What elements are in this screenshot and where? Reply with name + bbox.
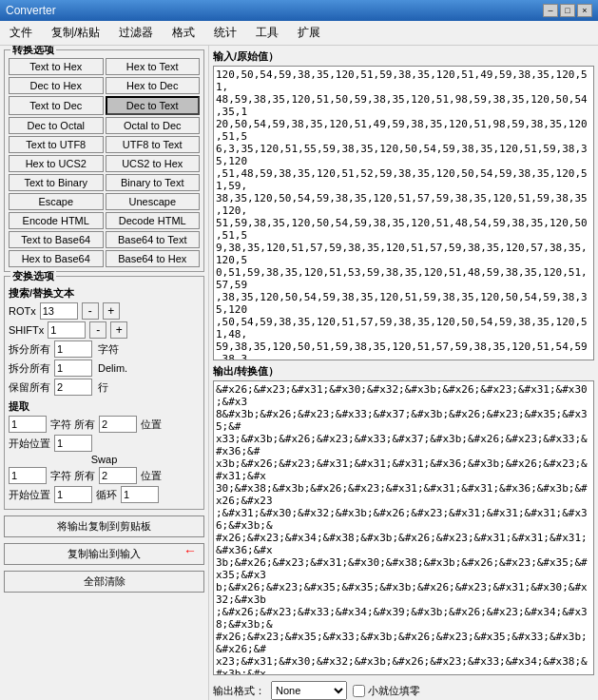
shiftx-row: SHIFTx - + [9,321,200,339]
start-pos-input[interactable] [54,435,92,452]
output-area-label: 输出/转换值） [213,364,594,379]
row-label: 行 [98,380,108,395]
left-panel: 转换选项 Text to Hex Hex to Text Dec to Hex … [0,46,209,700]
swap-char-input[interactable] [9,467,47,484]
btn-text-to-utf8[interactable]: Text to UTF8 [9,136,104,153]
btn-binary-to-text[interactable]: Binary to Text [106,174,201,191]
fetch-char-label: 字符 所有 [50,418,95,432]
btn-hex-to-ucs2[interactable]: Hex to UCS2 [9,155,104,172]
keep-row: 保留所有 行 [9,379,200,396]
menu-bar: 文件 复制/粘贴 过滤器 格式 统计 工具 扩展 [0,21,598,46]
start-pos-label: 开始位置 [9,437,50,451]
rotx-minus-btn[interactable]: - [82,302,99,320]
convert-grid: Text to Hex Hex to Text Dec to Hex Hex t… [9,58,200,267]
menu-stats[interactable]: 统计 [208,23,242,43]
input-section: 输入/原始值） 120,50,54,59,38,35,120,51,59,38,… [213,49,594,360]
start-pos-row: 开始位置 [9,435,200,452]
split-char-label: 字符 [98,342,119,357]
btn-unescape[interactable]: Unescape [106,193,201,210]
split-row1: 拆分所有 字符 [9,340,200,358]
btn-hex-to-base64[interactable]: Hex to Base64 [9,250,104,267]
fetch-pos-label: 位置 [141,418,162,432]
menu-format[interactable]: 格式 [166,23,201,43]
input-textarea[interactable]: 120,50,54,59,38,35,120,51,59,38,35,120,5… [213,66,594,360]
close-button[interactable]: × [577,4,592,17]
input-area-label: 输入/原始值） [213,49,594,64]
shiftx-plus-btn[interactable]: + [110,321,127,339]
search-replace-label: 搜索/替换文本 [9,286,200,301]
shiftx-label: SHIFTx [9,324,44,336]
output-format-select[interactable]: None Option1 Option2 [271,681,347,700]
delim-label: Delim. [98,362,127,374]
title-bar-buttons: – □ × [543,4,592,17]
menu-tools[interactable]: 工具 [250,23,284,43]
extra-options-group: 变换选项 搜索/替换文本 ROTx - + SHIFTx - + [4,276,204,510]
swap-start-row: 开始位置 循环 [9,486,200,503]
output-format-label: 输出格式： [213,684,265,698]
minimize-button[interactable]: – [543,4,558,17]
btn-dec-to-text[interactable]: Dec to Text [106,96,201,115]
btn-hex-to-dec[interactable]: Hex to Dec [106,77,201,94]
copy-to-input-btn[interactable]: 复制输出到输入 [4,543,204,565]
menu-copy-paste[interactable]: 复制/粘贴 [46,23,106,43]
shiftx-input[interactable] [48,321,86,339]
right-panel: 输入/原始值） 120,50,54,59,38,35,120,51,59,38,… [209,46,598,700]
keep-val-input[interactable] [54,379,92,396]
btn-encode-html[interactable]: Encode HTML [9,212,104,229]
copy-output-clipboard-btn[interactable]: 将输出复制到剪贴板 [4,515,204,537]
start-pos2-input[interactable] [54,486,92,503]
small-endian-label: 小就位填零 [353,684,420,698]
clear-all-btn[interactable]: 全部清除 [4,571,204,593]
rotx-row: ROTx - + [9,302,200,320]
swap-label: Swap [9,454,200,465]
swap-char-label: 字符 所有 [50,469,95,483]
cycle-label: 循环 [96,488,117,502]
btn-text-to-binary[interactable]: Text to Binary [9,174,104,191]
title-bar: Converter – □ × [0,0,598,21]
split-val2-input[interactable] [54,360,92,377]
window-title: Converter [6,4,56,17]
menu-file[interactable]: 文件 [4,23,38,43]
split-val1-input[interactable] [54,340,92,358]
maximize-button[interactable]: □ [560,4,575,17]
swap-pos-input[interactable] [99,467,137,484]
swap-pos-label: 位置 [141,469,162,483]
btn-octal-to-dec[interactable]: Octal to Dec [106,117,201,134]
output-textarea[interactable]: &#x26;&#x23;&#x31;&#x30;&#x32;&#x3b;&#x2… [213,380,594,675]
rotx-input[interactable] [40,302,78,320]
split-row2: 拆分所有 Delim. [9,360,200,377]
cycle-input[interactable] [121,486,159,503]
keep-label: 保留所有 [9,380,50,395]
btn-text-to-dec[interactable]: Text to Dec [9,96,104,115]
arrow-right-icon: ← [183,543,197,558]
fetch-char-input[interactable] [9,416,47,433]
btn-dec-to-hex[interactable]: Dec to Hex [9,77,104,94]
convert-group-title: 转换选项 [10,46,56,57]
rotx-plus-btn[interactable]: + [103,302,120,320]
swap-row: 字符 所有 位置 [9,467,200,484]
fetch-pos-input[interactable] [99,416,137,433]
split-all-label2: 拆分所有 [9,361,50,376]
btn-decode-html[interactable]: Decode HTML [106,212,201,229]
extra-group-title: 变换选项 [10,269,56,283]
btn-utf8-to-text[interactable]: UTF8 to Text [106,136,201,153]
output-section: 输出/转换值） &#x26;&#x23;&#x31;&#x30;&#x32;&#… [213,364,594,675]
fetch-row: 字符 所有 位置 [9,416,200,433]
btn-hex-to-text[interactable]: Hex to Text [106,58,201,75]
convert-options-group: 转换选项 Text to Hex Hex to Text Dec to Hex … [4,49,204,272]
menu-expand[interactable]: 扩展 [292,23,326,43]
btn-text-to-base64[interactable]: Text to Base64 [9,231,104,248]
menu-filter[interactable]: 过滤器 [113,23,159,43]
btn-text-to-hex[interactable]: Text to Hex [9,58,104,75]
small-endian-checkbox[interactable] [353,685,365,697]
fetch-label: 提取 [9,399,200,414]
btn-escape[interactable]: Escape [9,193,104,210]
main-layout: 转换选项 Text to Hex Hex to Text Dec to Hex … [0,46,598,700]
output-format-row: 输出格式： None Option1 Option2 小就位填零 [213,681,594,700]
rotx-label: ROTx [9,305,36,317]
btn-ucs2-to-hex[interactable]: UCS2 to Hex [106,155,201,172]
btn-dec-to-octal[interactable]: Dec to Octal [9,117,104,134]
btn-base64-to-text[interactable]: Base64 to Text [106,231,201,248]
btn-base64-to-hex[interactable]: Base64 to Hex [106,250,201,267]
shiftx-minus-btn[interactable]: - [89,321,106,339]
